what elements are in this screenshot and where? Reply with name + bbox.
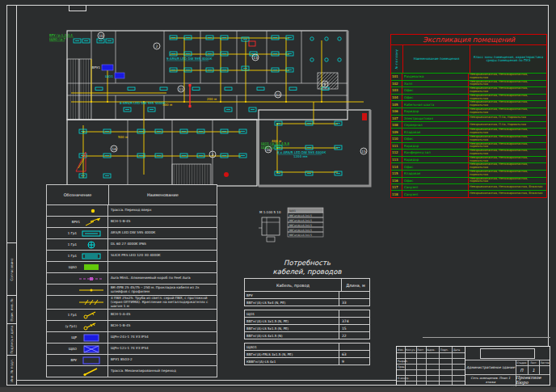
- legend-table: Обозначение Наименование Трасса. Переход…: [46, 184, 217, 377]
- group-tag: 15: [360, 148, 367, 154]
- cable-length-400: 400 м: [272, 139, 281, 143]
- cables-row: ВВГнг(А)-LS 5х4 (N, PE)33: [244, 298, 370, 306]
- svg-text:14: 14: [112, 147, 116, 151]
- legend-row: Трасса. Механизированный переход: [47, 366, 217, 377]
- recessed-luminaire-icon: [78, 230, 105, 238]
- titleblock-upper-line: [423, 337, 550, 338]
- group-tag: 13: [252, 54, 259, 61]
- legend-header-symbol: Обозначение: [47, 185, 109, 204]
- explication-row: 106КоридорНевзрывоопасная, Непожароопасн…: [391, 108, 546, 116]
- lighting-wiring: [71, 38, 364, 178]
- drawing-sheet: Согласовано Взам. инв. № Подпись и дата …: [0, 0, 556, 392]
- room-explication-table: Экспликация помещений № по плану Наимено…: [390, 34, 547, 198]
- sheets-total: [539, 365, 550, 374]
- legend-row: ВРУ ВРУ1 8503-2: [47, 355, 217, 366]
- emergency-panel-icon: [78, 263, 105, 272]
- legend-row: ЩАО ЩРн-12з-1 74 У3 IP54: [47, 344, 217, 355]
- legend-row: 4 ПВХ 25х25. Труба из светл. серой ПВХ, …: [47, 296, 217, 310]
- window-bottom-strip: [0, 387, 556, 392]
- cables-group-row: ЩАО1: [244, 343, 370, 351]
- feeder-arrow-icon: [81, 217, 105, 227]
- titleblock-main: Административное здание Стадия Лист Лист…: [465, 347, 550, 385]
- svg-text:3: 3: [212, 153, 214, 157]
- legend-row: ЩАО: [47, 262, 217, 273]
- svg-text:8: 8: [324, 82, 326, 86]
- frame-top-box: [69, 5, 86, 11]
- explication-row: 118СанузелНевзрывоопасная, Непожароопасн…: [391, 191, 546, 196]
- document-designation-box: [480, 348, 535, 359]
- cable-length-200: 200 м: [207, 97, 217, 101]
- cables-row: ВВГнг(А)-LS 4х1.5 (N)22: [244, 331, 370, 339]
- explication-row: 117СанузелНевзрывоопасная, Непожароопасн…: [391, 184, 546, 191]
- panel-label-scho1: ЩО1: [105, 74, 114, 78]
- side-label: Инв. № подл.: [10, 359, 14, 382]
- organization-name: Проектное Бюро: [516, 374, 550, 386]
- main-board-icon: [78, 356, 105, 365]
- feeder-note2-line2: ЩАО гр.7,9: [261, 145, 280, 150]
- group-tag: 14: [111, 145, 117, 152]
- riser-detail: М 1:100 5 10 ЩО1 ВВГнг(А)-LS 3х1.5 ВВГнг…: [259, 206, 326, 250]
- frame-stamp-inv-podl: Инв. № подл.: [6, 355, 17, 386]
- detail-scale-note: М 1:100 5 10: [259, 210, 281, 214]
- group-tag: 2: [154, 43, 160, 49]
- group-tag: 10: [98, 32, 104, 39]
- cable-run-icon: [78, 286, 105, 294]
- legend-header: Обозначение Наименование: [47, 185, 217, 205]
- legend-row: ЩР ЩРн-24з-1 74 У3 IP54: [47, 332, 217, 344]
- conduit-run-icon: [78, 298, 105, 306]
- detail-row: ВВГнг(А)-LS 3х1.5: [289, 214, 312, 217]
- svg-text:15: 15: [361, 150, 366, 154]
- cables-group-row: ВРУ: [244, 291, 370, 299]
- side-label: Подпись и дата: [10, 326, 14, 354]
- svg-text:10: 10: [99, 34, 103, 38]
- linear-luminaire-icon: [78, 252, 105, 260]
- legend-row: 1 Гр1 DL 60 27 4000K IP65: [47, 239, 217, 251]
- frame-stamp-soglasovano: Согласовано: [6, 242, 17, 296]
- red-marks: [76, 41, 367, 177]
- legend-row: ВРУ1 ВСН-1-В-45: [47, 217, 217, 228]
- side-label: Взам. инв. №: [10, 298, 14, 321]
- detail-row: ВВГнг(А)-LS 3х1.5: [289, 224, 312, 227]
- legend-row: 1 Гр1 SLICK PRS LED 120 30 4000K: [47, 251, 217, 262]
- title-block: Изм. Кол.уч. Лист №док. Подп. Дата Разра…: [396, 346, 550, 386]
- group-tags: 10 2 11 13 12 8 14 16 15 3: [98, 32, 367, 158]
- project-name: Административное здание: [465, 360, 516, 374]
- route-up-icon: [81, 207, 105, 215]
- fixture-label-1: 9-ARS/R LED DW 595 4000К: [166, 57, 213, 61]
- sheet-title: Сеть освещения. План 1 этажа: [465, 374, 516, 386]
- detail-row: ВВГнг(А)-LS 3х1.5: [289, 234, 312, 237]
- legend-row: 1 Гр1 ARS/R LED DW 595 4000К: [47, 228, 217, 239]
- fixture-label-3b: 1200 мм: [293, 154, 308, 158]
- detail-row: ВВГнг(А)-LS 3х1.5: [289, 219, 312, 222]
- downlight-icon: [78, 240, 105, 250]
- cable-duct-icon: [78, 275, 105, 283]
- cable-length-500: 500 м: [118, 135, 128, 139]
- group-tag: 12: [275, 91, 281, 98]
- cables-row: ВВГнг(А)-LS 3х1.5 (N, PE)374: [244, 317, 370, 325]
- legend-row: Трасса. Переход вверх: [47, 205, 217, 217]
- explication-title: Экспликация помещений: [391, 35, 546, 45]
- legend-row: 1 Гр1 ВСН-1-А-45: [47, 310, 217, 321]
- distribution-board-icon: [78, 333, 105, 343]
- switch-two-gang-icon: [78, 322, 105, 331]
- legend-header-name: Наименование: [109, 185, 217, 204]
- legend-row: (у Гр1) ВСН-1-В-45: [47, 321, 217, 332]
- group-tag: 11: [178, 86, 184, 92]
- explication-row: 116ОфисНевзрывоопасная, Непожароопасная,…: [391, 178, 546, 185]
- frame-bottom-line: [16, 380, 396, 381]
- emergency-board-icon: [78, 344, 105, 354]
- cables-row: ВВГнг(А)-FRLS 3х1.5 (N, PE)63: [244, 350, 370, 358]
- frame-stamp-podpis-data: Подпись и дата: [6, 323, 17, 356]
- panel-label-vru1: ВРУ1: [92, 65, 101, 70]
- legend-row: ВК-ЛРВ 25 45/75 – 250 м. Прокладка кабел…: [47, 285, 217, 296]
- cables-row: ВВГнг(А)-LS 5х1.5 (N, PE)15: [244, 324, 370, 332]
- switch-icon: [78, 310, 105, 320]
- cables-table-header: Кабель, провод Длина, м: [244, 278, 370, 292]
- fixture-label-2: 8-ARS/R LED DW 595 4000К: [120, 101, 166, 105]
- detail-header: ЩО1: [289, 209, 296, 213]
- explication-row: 107ЭлектрощитоваяНевзрывоопасная, П-IIа,…: [391, 116, 546, 122]
- cables-group-row: ЩО1: [244, 310, 370, 318]
- legend-row: Aura MiniL. Алюминиевый короб по Feet Au…: [47, 273, 217, 285]
- cables-table-title: Потребность кабелей, проводов: [241, 259, 373, 276]
- svg-text:13: 13: [253, 56, 258, 60]
